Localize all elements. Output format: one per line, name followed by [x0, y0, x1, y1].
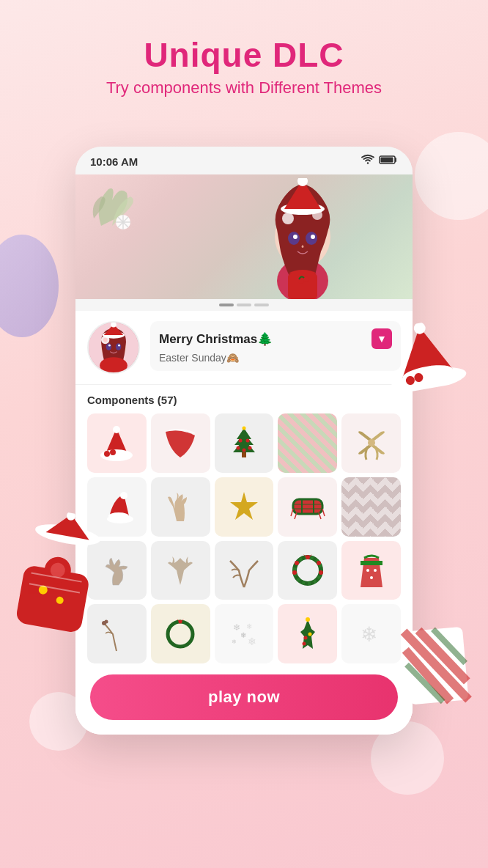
svg-point-56: [104, 451, 110, 457]
svg-text:❄: ❄: [248, 636, 256, 647]
svg-point-68: [368, 439, 375, 446]
svg-point-52: [111, 322, 117, 328]
santa-hat-decoration-right: [379, 316, 472, 408]
profile-name: Merry Christmas🌲 ▼: [159, 328, 392, 349]
slide-dot-1: [219, 304, 234, 306]
svg-point-49: [100, 357, 127, 374]
svg-point-64: [236, 446, 240, 450]
anime-banner: [75, 174, 413, 299]
subtitle: Try components with Different Themes: [15, 78, 473, 98]
svg-point-91: [366, 569, 369, 572]
play-button-container: play now: [75, 666, 413, 735]
svg-text:❄: ❄: [240, 631, 246, 639]
svg-point-105: [302, 641, 306, 645]
play-now-button[interactable]: play now: [90, 674, 398, 720]
svg-point-45: [106, 343, 112, 350]
phone-mockup: 10:06 AM: [75, 147, 413, 735]
svg-point-93: [370, 576, 373, 579]
bubble-decoration-1: [415, 132, 488, 220]
svg-text:❄: ❄: [246, 622, 252, 630]
svg-point-87: [319, 570, 323, 575]
slide-indicator: [75, 299, 413, 311]
svg-point-103: [303, 636, 307, 639]
component-item-3[interactable]: [215, 413, 274, 473]
component-item-2[interactable]: [151, 413, 210, 473]
component-item-18[interactable]: ❄ ❄ ❄ ❄ ❄: [215, 604, 274, 663]
svg-point-32: [311, 235, 315, 239]
component-item-19[interactable]: [278, 604, 337, 663]
profile-name-text: Merry Christmas🌲: [159, 331, 273, 347]
component-item-14[interactable]: [278, 541, 337, 600]
component-item-8[interactable]: [215, 477, 274, 537]
svg-text:❄: ❄: [232, 639, 237, 645]
svg-point-70: [108, 512, 129, 520]
svg-point-44: [103, 338, 108, 342]
wifi-icon: [361, 154, 374, 169]
svg-rect-61: [242, 452, 246, 457]
svg-point-26: [282, 213, 294, 224]
status-time: 10:06 AM: [90, 155, 138, 168]
component-item-7[interactable]: [151, 477, 210, 537]
svg-point-62: [238, 439, 242, 443]
main-title: Unique DLC: [15, 37, 473, 74]
status-icons: [361, 154, 398, 169]
svg-point-57: [110, 449, 116, 455]
component-item-9[interactable]: [278, 477, 337, 537]
svg-point-89: [292, 570, 297, 575]
component-item-20[interactable]: ❄: [341, 604, 401, 663]
svg-point-67: [242, 427, 245, 430]
svg-point-92: [374, 569, 377, 572]
svg-text:❄: ❄: [233, 622, 240, 633]
svg-rect-90: [361, 561, 382, 565]
svg-point-96: [168, 622, 193, 647]
svg-point-48: [118, 345, 120, 347]
svg-point-97: [179, 619, 182, 623]
svg-rect-23: [381, 158, 393, 163]
lavender-decoration: [0, 235, 59, 337]
svg-point-106: [306, 617, 310, 622]
component-item-13[interactable]: [215, 541, 274, 600]
battery-icon: [379, 155, 398, 168]
svg-point-85: [306, 555, 310, 559]
svg-point-3: [413, 321, 426, 335]
svg-rect-73: [293, 499, 322, 514]
component-item-4[interactable]: [278, 413, 337, 473]
svg-point-47: [108, 345, 111, 347]
svg-point-31: [293, 235, 297, 239]
profile-status: Easter Sunday🙈: [159, 352, 392, 364]
status-bar: 10:06 AM: [75, 147, 413, 174]
anime-character-svg: [237, 178, 369, 299]
svg-point-88: [295, 561, 299, 565]
svg-point-66: [242, 449, 245, 452]
header-section: Unique DLC Try components with Different…: [0, 0, 488, 112]
svg-point-86: [317, 561, 321, 565]
svg-point-71: [120, 492, 127, 499]
svg-text:❄: ❄: [361, 623, 377, 646]
svg-point-63: [245, 439, 249, 443]
component-item-15[interactable]: [341, 541, 401, 600]
svg-marker-72: [230, 492, 258, 520]
components-header: Components (57): [87, 385, 401, 413]
gift-decoration: [396, 619, 477, 724]
svg-point-65: [248, 446, 251, 450]
component-item-5[interactable]: [341, 413, 401, 473]
profile-info: Merry Christmas🌲 ▼ Easter Sunday🙈: [150, 321, 401, 371]
component-item-1[interactable]: [87, 413, 147, 473]
component-item-12[interactable]: [151, 541, 210, 600]
svg-point-104: [308, 632, 311, 636]
slide-dot-2: [237, 304, 251, 306]
profile-avatar: [87, 321, 140, 374]
svg-point-55: [113, 426, 120, 433]
slide-dot-3: [254, 304, 269, 306]
profile-card: Merry Christmas🌲 ▼ Easter Sunday🙈: [75, 311, 413, 385]
component-item-10[interactable]: [341, 477, 401, 537]
svg-line-81: [322, 509, 325, 516]
component-item-17[interactable]: [151, 604, 210, 663]
svg-line-79: [291, 509, 293, 516]
svg-point-46: [116, 343, 122, 350]
floral-left: [86, 182, 160, 240]
